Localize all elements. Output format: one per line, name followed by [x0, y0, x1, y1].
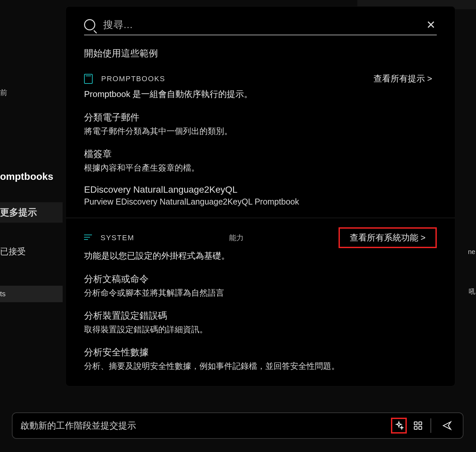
system-item[interactable]: 分析安全性數據 分析、摘要及說明安全性數據，例如事件記錄檔，並回答安全性問題。 — [84, 346, 437, 371]
search-underline — [84, 35, 437, 35]
section-divider — [66, 218, 455, 218]
close-icon[interactable]: ✕ — [425, 18, 437, 31]
promptbook-item-desc: 將電子郵件分類為其中一個列出的類別。 — [84, 126, 437, 137]
promptbooks-description: Promptbook 是一組會自動依序執行的提示。 — [84, 88, 437, 100]
search-row: ✕ — [66, 7, 455, 35]
promptbook-item-desc: Purview EDiscovery NaturalLanguage2KeyQL… — [84, 197, 437, 207]
sparkle-button[interactable] — [391, 418, 407, 434]
sidebar-time-fragment: 前 — [0, 88, 7, 98]
composer-bar: 啟動新的工作階段並提交提示 — [12, 412, 463, 439]
sidebar-promptbooks-fragment[interactable]: omptbooks — [0, 171, 53, 182]
right-fragment-ne: ne — [468, 248, 475, 256]
composer-input[interactable]: 啟動新的工作階段並提交提示 — [20, 420, 388, 432]
search-icon — [84, 19, 95, 30]
system-center-label: 能力 — [229, 233, 244, 243]
promptbook-item[interactable]: 檔簽章 根據內容和平台產生簽章的檔。 — [84, 148, 437, 173]
apps-button[interactable] — [410, 418, 426, 434]
promptbooks-label: PROMPTBOOKS — [101, 75, 165, 83]
view-all-system-link[interactable]: 查看所有系統功能 > — [339, 227, 437, 248]
promptbook-item[interactable]: 分類電子郵件 將電子郵件分類為其中一個列出的類別。 — [84, 111, 437, 137]
system-description: 功能是以您已設定的外掛程式為基礎。 — [84, 250, 437, 262]
system-item-title: 分析安全性數據 — [84, 346, 437, 359]
system-label: SYSTEM — [101, 234, 134, 242]
svg-rect-1 — [419, 422, 422, 425]
system-item[interactable]: 分析文稿或命令 分析命令或腳本並將其解譯為自然語言 — [84, 273, 437, 298]
system-header: SYSTEM 能力 查看所有系統功能 > — [84, 227, 437, 248]
system-item-desc: 分析、摘要及說明安全性數據，例如事件記錄檔，並回答安全性問題。 — [84, 361, 437, 371]
promptbook-item[interactable]: EDiscovery NaturalLanguage2KeyQL Purview… — [84, 184, 437, 207]
examples-heading: 開始使用這些範例 — [84, 47, 437, 60]
promptbook-item-title: 檔簽章 — [84, 148, 437, 160]
sidebar-ts-fragment[interactable]: ts — [0, 286, 63, 302]
left-sidebar-fragments: 前 omptbooks 更多提示 已接受 ts — [0, 0, 63, 452]
system-item-title: 分析文稿或命令 — [84, 273, 437, 285]
promptbook-item-title: 分類電子郵件 — [84, 111, 437, 124]
sidebar-more-prompts[interactable]: 更多提示 — [0, 202, 63, 223]
svg-rect-0 — [414, 422, 417, 425]
right-fragment-bark: 吼 — [469, 287, 475, 296]
view-all-prompts-link[interactable]: 查看所有提示 > — [369, 71, 437, 86]
system-icon — [84, 235, 92, 241]
svg-rect-3 — [419, 427, 422, 430]
composer-divider — [431, 418, 431, 433]
system-item-desc: 分析命令或腳本並將其解譯為自然語言 — [84, 287, 437, 298]
promptbook-icon — [84, 74, 93, 84]
promptbook-item-desc: 根據內容和平台產生簽章的檔。 — [84, 162, 437, 173]
system-item-desc: 取得裝置設定錯誤碼的詳細資訊。 — [84, 324, 437, 335]
svg-rect-2 — [414, 427, 417, 430]
promptbook-item-title: EDiscovery NaturalLanguage2KeyQL — [84, 184, 437, 195]
system-item-title: 分析裝置設定錯誤碼 — [84, 309, 437, 322]
send-button[interactable] — [439, 418, 455, 434]
prompt-panel: ✕ 開始使用這些範例 PROMPTBOOKS 查看所有提示 > Promptbo… — [66, 7, 455, 386]
promptbooks-header: PROMPTBOOKS 查看所有提示 > — [84, 71, 437, 86]
search-input[interactable] — [103, 19, 425, 31]
sidebar-accepted[interactable]: 已接受 — [0, 246, 26, 257]
system-item[interactable]: 分析裝置設定錯誤碼 取得裝置設定錯誤碼的詳細資訊。 — [84, 309, 437, 335]
